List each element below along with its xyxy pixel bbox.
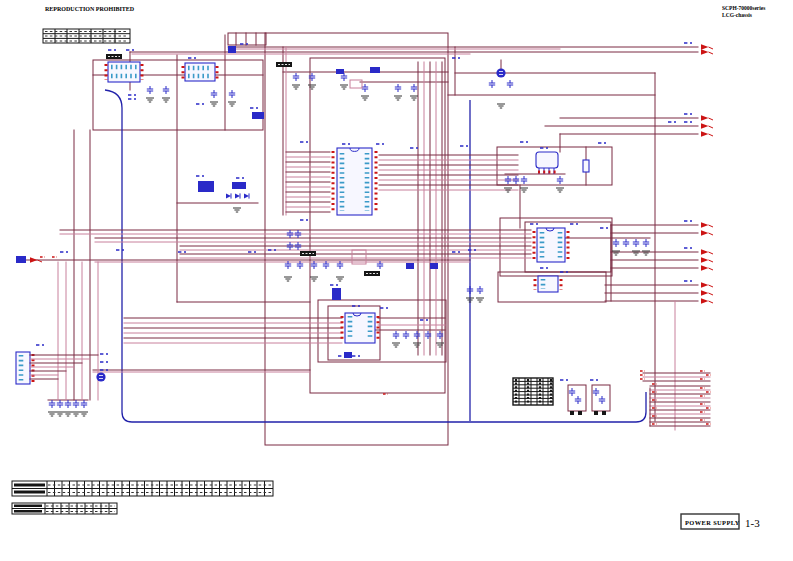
transistor-q2	[96, 372, 105, 381]
red-marks	[40, 257, 388, 394]
ic-main-controller	[333, 148, 376, 215]
voltage-chart-mid	[513, 378, 553, 405]
title-block: REPRODUCTION PROHIBITED SCPH-70000series…	[45, 5, 765, 18]
revision-table-top	[43, 29, 130, 43]
ic-block-1	[106, 54, 142, 82]
resistor-r1	[583, 160, 589, 172]
diodes	[226, 193, 249, 198]
model-name: SCPH-70000series	[722, 5, 765, 11]
block-label: POWER SUPPLY	[685, 519, 740, 526]
reproduction-notice: REPRODUCTION PROHIBITED	[45, 6, 135, 12]
signal-table-long	[12, 481, 273, 496]
ic-driver	[534, 228, 568, 262]
ic-regulator	[536, 152, 558, 174]
chassis-name: LCG-chassis	[722, 12, 752, 18]
transistor-q1	[496, 68, 505, 77]
component-labels-solid	[16, 46, 438, 358]
footer-block: POWER SUPPLY 1-3	[681, 514, 760, 529]
board-connector	[16, 352, 108, 384]
wire-network-primary	[24, 35, 698, 421]
power-supply-schematic: REPRODUCTION PROHIBITED SCPH-70000series…	[0, 0, 793, 561]
schematic-page: REPRODUCTION PROHIBITED SCPH-70000series…	[0, 0, 793, 561]
signal-table-short	[12, 503, 117, 514]
off-page-connectors-right	[701, 44, 713, 304]
page-number: 1-3	[745, 517, 760, 529]
twin-output-circuits	[568, 385, 610, 415]
ic-small-8pin	[535, 276, 561, 292]
ic-block-2	[183, 63, 217, 81]
ic-switcher	[342, 313, 378, 343]
